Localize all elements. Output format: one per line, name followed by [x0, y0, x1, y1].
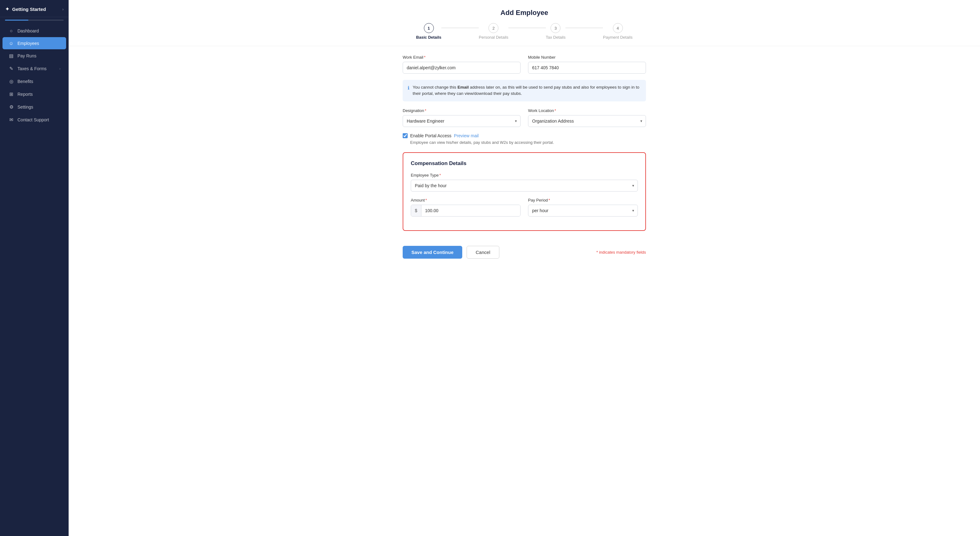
step-2: 2 Personal Details — [479, 23, 508, 40]
step-4-circle: 4 — [613, 23, 623, 33]
step-connector-3-4 — [565, 28, 603, 28]
main-content: Add Employee 1 Basic Details 2 Personal … — [68, 0, 980, 536]
sidebar-item-label: Dashboard — [18, 29, 39, 33]
sidebar-item-label: Taxes & Forms — [18, 66, 46, 71]
step-4-label: Payment Details — [603, 35, 633, 40]
work-location-select-wrapper: Organization Address ▾ — [528, 115, 646, 127]
pay-period-required: * — [549, 198, 550, 202]
work-email-required: * — [424, 55, 425, 60]
designation-group: Designation* Hardware Engineer ▾ — [402, 108, 520, 127]
email-mobile-row: Work Email* Mobile Number — [402, 55, 646, 74]
sidebar-item-contact-support[interactable]: ✉ Contact Support — [3, 114, 66, 126]
info-text: You cannot change this Email address lat… — [413, 84, 641, 97]
sidebar-brand[interactable]: ✦ Getting Started › — [0, 0, 68, 17]
sidebar-item-label: Contact Support — [18, 117, 49, 122]
brand-arrow-icon: › — [62, 7, 64, 11]
sidebar: ✦ Getting Started › ○ Dashboard ☺ Employ… — [0, 0, 68, 536]
sidebar-item-benefits[interactable]: ◎ Benefits — [3, 75, 66, 87]
work-email-group: Work Email* — [402, 55, 520, 74]
step-connector-1-2 — [441, 28, 479, 28]
sidebar-item-label: Settings — [18, 105, 33, 110]
step-3-label: Tax Details — [546, 35, 566, 40]
mandatory-note: * indicates mandatory fields — [597, 250, 646, 254]
form-area: Work Email* Mobile Number ℹ You cannot c… — [396, 46, 652, 274]
pay-period-select[interactable]: per hour — [528, 205, 638, 216]
amount-input[interactable] — [422, 205, 520, 216]
work-email-label: Work Email* — [402, 55, 520, 60]
page-header: Add Employee 1 Basic Details 2 Personal … — [68, 0, 980, 46]
sidebar-item-dashboard[interactable]: ○ Dashboard — [3, 25, 66, 37]
pay-period-select-wrapper: per hour ▾ — [528, 205, 638, 216]
compensation-details-box: Compensation Details Employee Type* Paid… — [402, 152, 646, 231]
mobile-number-label: Mobile Number — [528, 55, 646, 60]
compensation-title: Compensation Details — [411, 161, 638, 167]
brand-icon: ✦ — [5, 6, 10, 13]
portal-access-desc: Employee can view his/her details, pay s… — [402, 140, 646, 145]
sidebar-item-employees[interactable]: ☺ Employees — [3, 37, 66, 49]
info-icon: ℹ — [408, 84, 409, 92]
amount-payperiod-row: Amount* $ Pay Period* per hour — [411, 198, 638, 216]
portal-access-label[interactable]: Enable Portal Access — [410, 133, 451, 138]
stepper: 1 Basic Details 2 Personal Details 3 Tax… — [68, 23, 980, 40]
amount-required: * — [425, 198, 427, 202]
designation-location-row: Designation* Hardware Engineer ▾ Work Lo… — [402, 108, 646, 127]
work-location-select[interactable]: Organization Address — [528, 115, 646, 127]
work-location-label: Work Location* — [528, 108, 646, 113]
reports-icon: ⊞ — [8, 91, 14, 97]
settings-icon: ⚙ — [8, 104, 14, 110]
amount-prefix: $ — [411, 205, 422, 216]
mobile-number-input[interactable] — [528, 62, 646, 74]
amount-group: Amount* $ — [411, 198, 520, 216]
designation-select-wrapper: Hardware Engineer ▾ — [402, 115, 520, 127]
taxes-forms-arrow-icon: › — [59, 67, 60, 70]
step-connector-2-3 — [508, 28, 546, 28]
sidebar-item-settings[interactable]: ⚙ Settings — [3, 101, 66, 113]
benefits-icon: ◎ — [8, 79, 14, 84]
sidebar-item-label: Employees — [18, 41, 39, 46]
employee-type-group: Employee Type* Paid by the hour ▾ — [411, 173, 638, 192]
work-email-input[interactable] — [402, 62, 520, 74]
designation-select[interactable]: Hardware Engineer — [402, 115, 520, 127]
work-location-group: Work Location* Organization Address ▾ — [528, 108, 646, 127]
designation-label: Designation* — [402, 108, 520, 113]
portal-access-checkbox[interactable] — [402, 133, 408, 138]
employee-type-label: Employee Type* — [411, 173, 638, 178]
portal-access-row: Enable Portal Access Preview mail — [402, 133, 646, 138]
employee-type-required: * — [439, 173, 441, 178]
step-2-circle: 2 — [488, 23, 498, 33]
amount-label: Amount* — [411, 198, 520, 202]
step-3-circle: 3 — [550, 23, 560, 33]
sidebar-item-label: Reports — [18, 92, 33, 97]
page-title: Add Employee — [68, 9, 980, 17]
sidebar-item-label: Benefits — [18, 79, 33, 84]
mobile-number-group: Mobile Number — [528, 55, 646, 74]
dashboard-icon: ○ — [8, 28, 14, 33]
sidebar-item-taxes-forms[interactable]: ✎ Taxes & Forms › — [3, 62, 66, 75]
employees-icon: ☺ — [8, 41, 14, 46]
step-3: 3 Tax Details — [546, 23, 566, 40]
step-2-label: Personal Details — [479, 35, 508, 40]
step-1: 1 Basic Details — [416, 23, 441, 40]
pay-runs-icon: ▤ — [8, 53, 14, 59]
sidebar-item-label: Pay Runs — [18, 53, 37, 58]
contact-support-icon: ✉ — [8, 117, 14, 122]
step-1-label: Basic Details — [416, 35, 441, 40]
step-1-circle: 1 — [424, 23, 434, 33]
cancel-button[interactable]: Cancel — [467, 246, 500, 259]
form-footer: Save and Continue Cancel * indicates man… — [402, 240, 646, 262]
employee-type-select[interactable]: Paid by the hour — [411, 180, 638, 192]
pay-period-group: Pay Period* per hour ▾ — [528, 198, 638, 216]
designation-required: * — [425, 108, 426, 113]
sidebar-item-pay-runs[interactable]: ▤ Pay Runs — [3, 49, 66, 62]
sidebar-nav: ○ Dashboard ☺ Employees ▤ Pay Runs ✎ Tax… — [0, 21, 68, 536]
employee-type-select-wrapper: Paid by the hour ▾ — [411, 180, 638, 192]
preview-mail-link[interactable]: Preview mail — [454, 133, 479, 138]
step-4: 4 Payment Details — [603, 23, 633, 40]
brand-text: Getting Started — [12, 6, 46, 12]
save-continue-button[interactable]: Save and Continue — [402, 246, 462, 259]
sidebar-item-reports[interactable]: ⊞ Reports — [3, 88, 66, 100]
email-info-box: ℹ You cannot change this Email address l… — [402, 80, 646, 102]
amount-input-wrapper: $ — [411, 205, 520, 216]
work-location-required: * — [555, 108, 556, 113]
pay-period-label: Pay Period* — [528, 198, 638, 202]
